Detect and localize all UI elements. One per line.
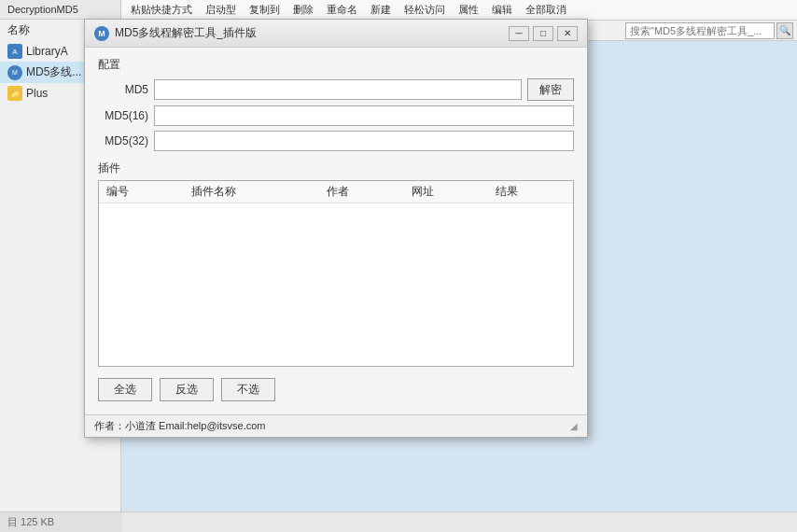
toolbar-new-btn[interactable]: 新建 [365, 2, 397, 18]
toolbar-launch-btn[interactable]: 启动型 [200, 2, 242, 18]
toolbar-cancel-btn[interactable]: 全部取消 [520, 2, 572, 18]
plugin-table-container: 编号 插件名称 作者 网址 结果 [98, 180, 574, 367]
md5-16-input[interactable] [154, 105, 574, 126]
decrypt-button[interactable]: 解密 [527, 78, 574, 101]
file-icon-md5: M [7, 65, 22, 80]
dialog-title: MD5多线程解密工具_插件版 [115, 25, 509, 41]
col-header-name: 插件名称 [184, 181, 319, 203]
select-all-button[interactable]: 全选 [98, 378, 152, 401]
col-header-author: 作者 [319, 181, 404, 203]
col-name-label: 名称 [7, 22, 30, 38]
config-section-label: 配置 [98, 57, 574, 73]
dialog-body: 配置 MD5 解密 MD5(16) MD5(32) 插件 [85, 48, 587, 414]
file-name-plus: Plus [26, 87, 48, 100]
file-explorer-header: DecryptionMD5 [0, 0, 120, 20]
plugin-table: 编号 插件名称 作者 网址 结果 [99, 181, 573, 203]
deselect-button[interactable]: 不选 [221, 378, 275, 401]
dialog-titlebar[interactable]: M MD5多线程解密工具_插件版 ─ □ ✕ [85, 20, 587, 48]
dialog-app-icon: M [94, 26, 109, 41]
dialog-window: M MD5多线程解密工具_插件版 ─ □ ✕ 配置 MD5 解密 MD5(16) [84, 19, 588, 438]
file-size-info: 目 125 KB [0, 511, 121, 532]
close-button[interactable]: ✕ [557, 26, 578, 41]
config-section: 配置 MD5 解密 MD5(16) MD5(32) [98, 57, 574, 151]
md5-16-label: MD5(16) [98, 109, 154, 122]
md5-16-row: MD5(16) [98, 105, 574, 126]
minimize-button[interactable]: ─ [509, 26, 529, 41]
author-info: 作者：小道渣 Email:help@itsvse.com [94, 419, 266, 433]
search-input[interactable] [625, 22, 775, 39]
search-input-wrapper: 🔍 [625, 22, 793, 39]
col-header-result: 结果 [488, 181, 573, 203]
toolbar-copy-btn[interactable]: 复制到 [244, 2, 286, 18]
toolbar-access-btn[interactable]: 轻松访问 [398, 2, 451, 18]
file-icon-plus: 📁 [7, 86, 22, 101]
maximize-button[interactable]: □ [533, 26, 553, 41]
dialog-window-controls: ─ □ ✕ [509, 26, 578, 41]
dialog-statusbar: 作者：小道渣 Email:help@itsvse.com ◢ [85, 414, 587, 437]
plugin-section: 插件 编号 插件名称 作者 网址 结果 [98, 161, 574, 405]
col-header-num: 编号 [99, 181, 184, 203]
plugin-section-label: 插件 [98, 161, 574, 176]
col-header-url: 网址 [404, 181, 489, 203]
file-name-md5: MD5多线... [26, 64, 81, 80]
md5-label: MD5 [98, 83, 154, 96]
md5-32-input[interactable] [154, 131, 574, 151]
toolbar-paste-btn[interactable]: 粘贴快捷方式 [125, 2, 198, 18]
md5-input[interactable] [154, 79, 522, 100]
md5-32-row: MD5(32) [98, 131, 574, 151]
toolbar-delete-btn[interactable]: 删除 [287, 2, 319, 18]
toolbar-edit-btn[interactable]: 编辑 [486, 2, 518, 18]
file-icon-librarya: A [7, 44, 22, 59]
toolbar-rename-btn[interactable]: 重命名 [321, 2, 363, 18]
file-name-librarya: LibraryA [26, 45, 68, 58]
plugin-actions: 全选 反选 不选 [98, 374, 574, 405]
top-toolbar: 粘贴快捷方式 启动型 复制到 删除 重命名 新建 轻松访问 属性 编辑 全部取消 [121, 0, 797, 21]
invert-select-button[interactable]: 反选 [160, 378, 214, 401]
md5-row: MD5 解密 [98, 78, 574, 101]
toolbar-prop-btn[interactable]: 属性 [453, 2, 484, 18]
resize-handle[interactable]: ◢ [566, 421, 578, 432]
bottom-bar [121, 511, 797, 532]
search-button[interactable]: 🔍 [776, 22, 793, 39]
md5-32-label: MD5(32) [98, 134, 154, 147]
